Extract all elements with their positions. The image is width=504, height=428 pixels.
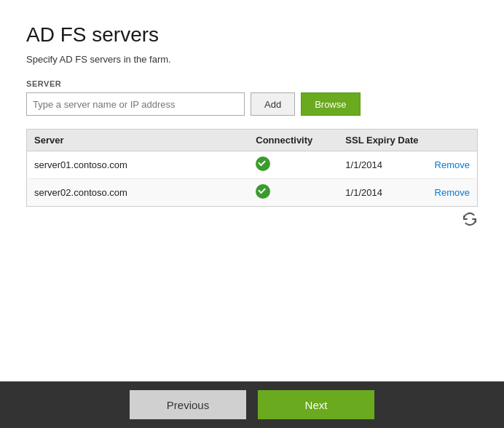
main-content: AD FS servers Specify AD FS servers in t… — [0, 0, 504, 381]
remove-link[interactable]: Remove — [435, 159, 470, 170]
add-button[interactable]: Add — [251, 92, 295, 116]
refresh-icon[interactable] — [462, 211, 478, 227]
server-input[interactable] — [26, 92, 245, 116]
cell-connectivity — [248, 179, 338, 207]
cell-ssl-expiry: 1/1/2014 — [338, 179, 427, 207]
previous-button[interactable]: Previous — [130, 390, 246, 419]
cell-server: server02.contoso.com — [27, 179, 249, 207]
server-table: Server Connectivity SSL Expiry Date serv… — [26, 129, 478, 207]
col-header-server: Server — [27, 130, 249, 151]
col-header-action — [428, 130, 478, 151]
browse-button[interactable]: Browse — [301, 92, 360, 116]
col-header-ssl: SSL Expiry Date — [338, 130, 427, 151]
server-label: SERVER — [26, 79, 478, 88]
subtitle: Specify AD FS servers in the farm. — [26, 54, 478, 65]
next-button[interactable]: Next — [258, 390, 374, 419]
cell-action: Remove — [428, 151, 478, 179]
cell-connectivity — [248, 151, 338, 179]
cell-server: server01.contoso.com — [27, 151, 249, 179]
cell-ssl-expiry: 1/1/2014 — [338, 151, 427, 179]
cell-action: Remove — [428, 179, 478, 207]
connectivity-check-icon — [256, 156, 270, 171]
col-header-connectivity: Connectivity — [248, 130, 338, 151]
remove-link[interactable]: Remove — [435, 187, 470, 198]
page-title: AD FS servers — [26, 23, 478, 47]
footer: Previous Next — [0, 381, 504, 428]
refresh-area — [26, 207, 478, 231]
table-header-row: Server Connectivity SSL Expiry Date — [27, 130, 478, 151]
server-input-row: Add Browse — [26, 92, 478, 116]
table-row: server01.contoso.com1/1/2014Remove — [27, 151, 478, 179]
table-row: server02.contoso.com1/1/2014Remove — [27, 179, 478, 207]
connectivity-check-icon — [256, 184, 270, 199]
